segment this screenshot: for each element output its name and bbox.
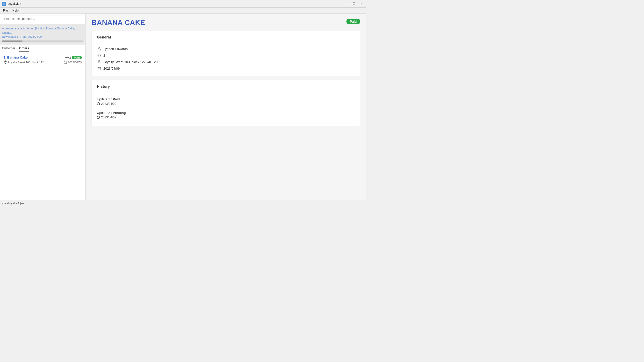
svg-rect-11 [98, 67, 100, 70]
svg-point-9 [99, 55, 100, 56]
minimize-button[interactable]: — [344, 1, 350, 6]
detail-header: BANANA CAKE Paid [92, 19, 360, 27]
status-bar: \data\loyaltylift.json [0, 200, 366, 206]
general-section: General Lyndon Edwards [92, 31, 360, 76]
tab-customer[interactable]: Customer [2, 47, 15, 52]
history-section: History Update 1 : Paid 2023/04/09 Updat… [92, 80, 360, 126]
title-bar-left: L LoyaltyLift [2, 2, 21, 6]
person-icon [97, 47, 101, 51]
order-item-bottom: Loyalty Street 103, block 122... 2023/04… [4, 60, 82, 64]
location-icon [4, 60, 7, 64]
address-detail: Loyalty Street 103, block 122, #01-20 [103, 60, 157, 64]
quantity-icon [65, 56, 69, 59]
detail-status-badge: Paid [346, 19, 360, 24]
history-date-value-2: 2023/04/09 [101, 116, 116, 119]
command-input[interactable] [2, 16, 83, 22]
order-location: Loyalty Street 103, block 122... [4, 60, 46, 64]
history-title-2: Update 2 : Pending [97, 111, 355, 115]
clock-icon-1 [97, 102, 100, 105]
menu-file[interactable]: File [1, 8, 10, 13]
sidebar-log: Advanced status for order: [Lyndon Edwar… [0, 24, 85, 44]
restore-button[interactable]: ❐ [351, 1, 357, 6]
address-row: Loyalty Street 103, block 122, #01-20 [97, 59, 355, 65]
clock-icon-2 [97, 116, 100, 119]
history-title-1: Update 1 : Paid [97, 97, 355, 101]
log-scrollbar[interactable] [2, 40, 83, 42]
quantity-badge: 2 [65, 56, 71, 59]
history-item-2: Update 2 : Pending 2023/04/09 [97, 108, 355, 122]
date-row: 2023/04/09 [97, 65, 355, 72]
order-item[interactable]: 1. Banana Cake 2 Paid [2, 54, 83, 66]
order-item-top: 1. Banana Cake 2 Paid [4, 56, 82, 59]
title-bar: L LoyaltyLift — ❐ ✕ [0, 0, 366, 8]
order-date: 2023/04/09 [63, 60, 82, 64]
order-badges: 2 Paid [65, 56, 82, 59]
quantity-detail: 2 [103, 54, 105, 57]
main-layout: Advanced status for order: [Lyndon Edwar… [0, 14, 366, 200]
history-status-1: Paid [113, 97, 120, 101]
svg-point-10 [99, 61, 100, 62]
detail-title: BANANA CAKE [92, 19, 145, 27]
history-date-2: 2023/04/09 [97, 116, 355, 119]
log-scrollbar-thumb [2, 40, 22, 42]
order-status-badge: Paid [72, 56, 82, 59]
quantity-value: 2 [69, 56, 71, 59]
customer-name: Lyndon Edwards [103, 47, 128, 51]
settings-icon [97, 53, 101, 58]
general-section-title: General [97, 35, 355, 39]
svg-text:L: L [4, 3, 5, 5]
history-section-title: History [97, 84, 355, 88]
history-date-value-1: 2023/04/09 [101, 102, 116, 106]
order-list: 1. Banana Cake 2 Paid [0, 52, 85, 200]
log-text: Advanced status for order: [Lyndon Edwar… [2, 27, 75, 38]
detail-panel: BANANA CAKE Paid General Lyndon Edwards [86, 14, 366, 200]
svg-point-2 [66, 57, 68, 58]
sidebar-search-area [0, 14, 85, 24]
window-title: LoyaltyLift [8, 2, 21, 6]
order-title: 1. Banana Cake [4, 56, 28, 59]
close-button[interactable]: ✕ [358, 1, 364, 6]
status-path: \data\loyaltylift.json [2, 202, 25, 205]
svg-point-3 [5, 61, 6, 62]
history-status-2: Pending [113, 111, 126, 115]
date-detail: 2023/04/09 [103, 67, 120, 70]
sidebar: Advanced status for order: [Lyndon Edwar… [0, 14, 86, 200]
location-icon-detail [97, 60, 101, 64]
history-item-1: Update 1 : Paid 2023/04/09 [97, 95, 355, 108]
calendar-icon-small [63, 60, 67, 64]
calendar-icon-detail [97, 66, 101, 71]
customer-name-row: Lyndon Edwards [97, 46, 355, 52]
quantity-row: 2 [97, 52, 355, 59]
svg-point-8 [98, 47, 100, 49]
title-bar-controls: — ❐ ✕ [344, 1, 364, 6]
menu-help[interactable]: Help [10, 8, 21, 13]
history-date-1: 2023/04/09 [97, 102, 355, 106]
menu-bar: File Help [0, 8, 366, 14]
tab-orders[interactable]: Orders [19, 47, 29, 52]
app-icon: L [2, 2, 6, 6]
svg-rect-4 [64, 61, 67, 64]
sidebar-tabs: Customer Orders [0, 44, 85, 52]
